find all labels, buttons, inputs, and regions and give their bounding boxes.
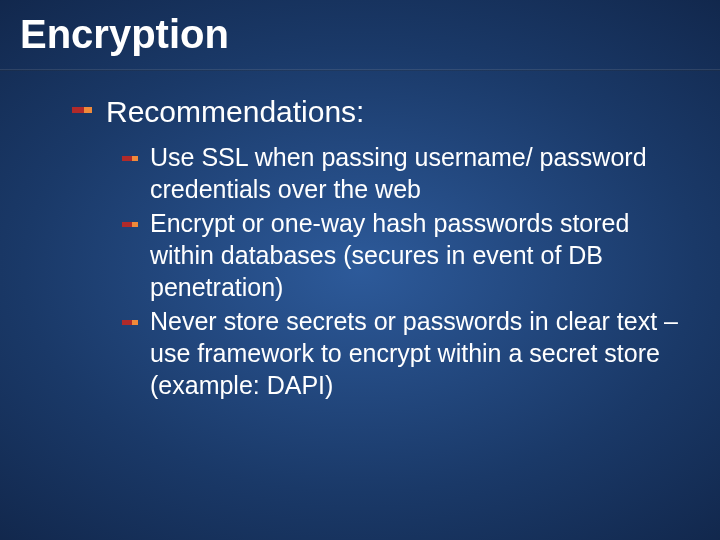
list-item-text: Never store secrets or passwords in clea… xyxy=(150,305,680,401)
recommendation-list: Use SSL when passing username/ password … xyxy=(72,141,680,401)
bullet-icon xyxy=(122,314,138,332)
title-area: Encryption xyxy=(0,0,720,61)
svg-rect-3 xyxy=(132,156,138,161)
svg-rect-4 xyxy=(122,222,132,227)
slide-title: Encryption xyxy=(20,12,720,57)
list-item-text: Encrypt or one-way hash passwords stored… xyxy=(150,207,680,303)
svg-rect-2 xyxy=(122,156,132,161)
section-heading: Recommendations: xyxy=(106,93,364,131)
svg-rect-7 xyxy=(132,320,138,325)
list-item: Encrypt or one-way hash passwords stored… xyxy=(122,207,680,303)
svg-rect-5 xyxy=(132,222,138,227)
bullet-icon xyxy=(72,103,92,121)
bullet-icon xyxy=(122,216,138,234)
list-item-text: Use SSL when passing username/ password … xyxy=(150,141,680,205)
list-item: Never store secrets or passwords in clea… xyxy=(122,305,680,401)
slide-body: Recommendations: Use SSL when passing us… xyxy=(0,71,720,401)
svg-rect-1 xyxy=(84,107,92,113)
slide: Encryption Recommendations: Use xyxy=(0,0,720,540)
bullet-icon xyxy=(122,150,138,168)
list-item: Use SSL when passing username/ password … xyxy=(122,141,680,205)
svg-rect-6 xyxy=(122,320,132,325)
section-heading-row: Recommendations: xyxy=(72,93,680,131)
svg-rect-0 xyxy=(72,107,84,113)
